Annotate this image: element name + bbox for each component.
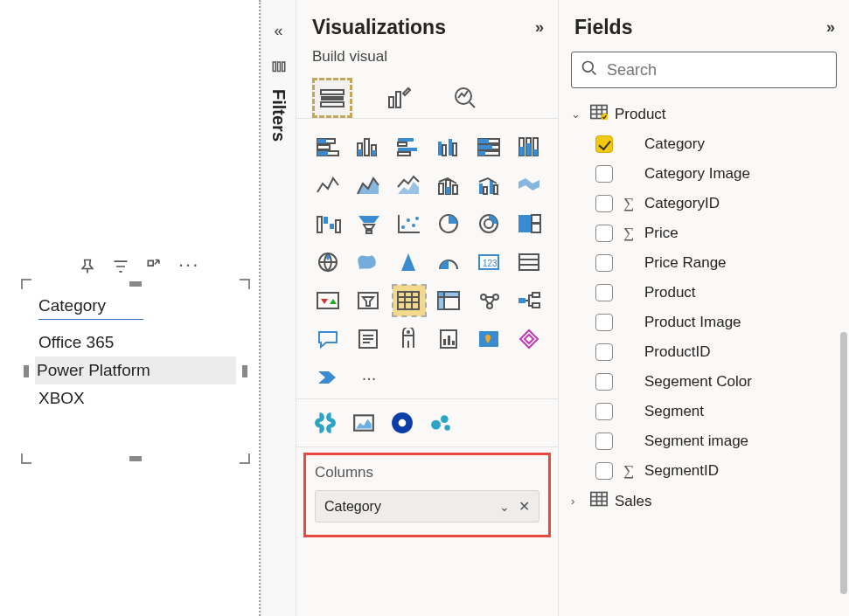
table-visual-icon[interactable] bbox=[393, 285, 426, 316]
field-checkbox[interactable] bbox=[595, 373, 613, 391]
decomposition-tree-icon[interactable] bbox=[513, 285, 546, 316]
multi-row-card-icon[interactable] bbox=[513, 246, 546, 278]
field-checkbox[interactable] bbox=[595, 165, 613, 183]
table-sales[interactable]: › Sales bbox=[569, 486, 842, 516]
power-automate-icon[interactable] bbox=[312, 362, 345, 393]
field-price[interactable]: ∑Price bbox=[594, 218, 842, 248]
appsource-visual-3-icon[interactable] bbox=[389, 410, 415, 436]
ribbon-chart-icon[interactable] bbox=[513, 170, 546, 201]
line-chart-icon[interactable] bbox=[312, 170, 345, 201]
smart-narrative-icon[interactable] bbox=[352, 323, 386, 355]
field-checkbox[interactable] bbox=[595, 135, 613, 153]
field-checkbox[interactable] bbox=[595, 403, 613, 420]
table-visual[interactable]: Category Office 365Power PlatformXBOX bbox=[26, 284, 245, 459]
donut-chart-icon[interactable] bbox=[473, 208, 506, 239]
arcgis-map-icon[interactable] bbox=[473, 323, 506, 355]
field-checkbox[interactable] bbox=[595, 254, 613, 272]
field-checkbox[interactable] bbox=[595, 195, 613, 212]
tab-build-visual[interactable] bbox=[312, 78, 352, 118]
appsource-visual-1-icon[interactable] bbox=[312, 410, 338, 436]
field-checkbox[interactable] bbox=[595, 462, 613, 480]
scatter-chart-icon[interactable] bbox=[393, 208, 426, 239]
100pct-stacked-bar-chart-icon[interactable] bbox=[473, 131, 506, 163]
map-icon[interactable] bbox=[312, 246, 345, 278]
resize-handle[interactable] bbox=[240, 279, 250, 289]
slicer-icon[interactable] bbox=[352, 285, 386, 316]
field-category-image[interactable]: ∑Category Image bbox=[594, 159, 842, 189]
power-apps-icon[interactable] bbox=[513, 323, 546, 355]
collapse-fields-icon[interactable]: » bbox=[826, 18, 835, 37]
pin-icon[interactable] bbox=[79, 258, 96, 279]
more-options-icon[interactable]: ··· bbox=[178, 260, 196, 277]
line-stacked-column-chart-icon[interactable] bbox=[433, 170, 466, 201]
filled-map-icon[interactable] bbox=[352, 246, 386, 278]
stacked-column-chart-icon[interactable] bbox=[352, 131, 386, 163]
field-price-range[interactable]: ∑Price Range bbox=[594, 248, 842, 278]
appsource-visual-4-icon[interactable] bbox=[428, 410, 454, 436]
category-field-pill[interactable]: Category ⌄ ✕ bbox=[315, 490, 539, 523]
stacked-bar-chart-icon[interactable] bbox=[312, 131, 345, 163]
field-checkbox[interactable] bbox=[595, 225, 613, 242]
matrix-icon[interactable] bbox=[433, 285, 466, 316]
field-segmentid[interactable]: ∑SegmentID bbox=[594, 456, 842, 486]
paginated-report-icon[interactable] bbox=[433, 323, 466, 355]
expand-filters-icon[interactable]: « bbox=[274, 22, 282, 40]
field-checkbox[interactable] bbox=[595, 314, 613, 331]
resize-handle[interactable] bbox=[24, 365, 29, 377]
field-checkbox[interactable] bbox=[595, 343, 613, 361]
table-product[interactable]: ⌄ Product bbox=[569, 99, 842, 129]
kpi-icon[interactable] bbox=[312, 285, 345, 316]
field-segement-color[interactable]: ∑Segement Color bbox=[594, 367, 842, 397]
field-segment[interactable]: ∑Segment bbox=[594, 397, 842, 426]
goals-icon[interactable] bbox=[393, 323, 426, 355]
remove-field-icon[interactable]: ✕ bbox=[518, 498, 530, 515]
chevron-down-icon[interactable]: ⌄ bbox=[571, 107, 583, 121]
resize-handle[interactable] bbox=[240, 453, 250, 464]
focus-mode-icon[interactable] bbox=[145, 258, 163, 279]
field-product-image[interactable]: ∑Product Image bbox=[594, 308, 842, 337]
more-visuals-icon[interactable]: ··· bbox=[352, 362, 386, 393]
chevron-down-icon[interactable]: ⌄ bbox=[499, 500, 510, 514]
field-checkbox[interactable] bbox=[595, 433, 613, 450]
report-canvas[interactable]: ··· Category Office 365Power PlatformXBO… bbox=[0, 0, 261, 616]
stacked-area-chart-icon[interactable] bbox=[393, 170, 426, 201]
tab-analytics[interactable] bbox=[445, 78, 485, 118]
resize-handle[interactable] bbox=[129, 456, 142, 461]
scrollbar[interactable] bbox=[840, 332, 847, 594]
treemap-chart-icon[interactable] bbox=[513, 208, 546, 239]
waterfall-chart-icon[interactable] bbox=[312, 208, 345, 239]
100pct-stacked-column-chart-icon[interactable] bbox=[513, 131, 546, 163]
field-categoryid[interactable]: ∑CategoryID bbox=[594, 189, 842, 218]
resize-handle[interactable] bbox=[129, 281, 142, 287]
azure-map-icon[interactable] bbox=[393, 246, 426, 278]
filter-icon[interactable] bbox=[112, 258, 129, 279]
table-row[interactable]: Power Platform bbox=[35, 356, 236, 384]
qna-icon[interactable] bbox=[312, 323, 345, 355]
clustered-column-chart-icon[interactable] bbox=[433, 131, 466, 163]
field-category[interactable]: ∑Category bbox=[594, 129, 842, 159]
funnel-chart-icon[interactable] bbox=[352, 208, 386, 239]
area-chart-icon[interactable] bbox=[352, 170, 386, 201]
resize-handle[interactable] bbox=[21, 453, 31, 464]
tab-format-visual[interactable] bbox=[379, 78, 419, 118]
chevron-right-icon[interactable]: › bbox=[571, 495, 583, 508]
pie-chart-icon[interactable] bbox=[433, 208, 466, 239]
table-row[interactable]: Office 365 bbox=[38, 329, 236, 356]
collapse-visualizations-icon[interactable]: » bbox=[535, 18, 544, 37]
resize-handle[interactable] bbox=[21, 279, 31, 289]
field-checkbox[interactable] bbox=[595, 284, 613, 301]
clustered-bar-chart-icon[interactable] bbox=[393, 131, 426, 163]
r-script-visual-icon[interactable] bbox=[473, 285, 506, 316]
field-segment-image[interactable]: ∑Segment image bbox=[594, 426, 842, 456]
line-clustered-column-chart-icon[interactable] bbox=[473, 170, 506, 201]
visual-column-header[interactable]: Category bbox=[38, 296, 236, 319]
field-product[interactable]: ∑Product bbox=[594, 278, 842, 308]
card-icon[interactable]: 123 bbox=[473, 246, 506, 278]
field-productid[interactable]: ∑ProductID bbox=[594, 337, 842, 367]
gauge-icon[interactable] bbox=[433, 246, 466, 278]
appsource-visual-2-icon[interactable] bbox=[351, 410, 377, 436]
fields-search-box[interactable] bbox=[571, 52, 837, 88]
table-row[interactable]: XBOX bbox=[38, 384, 236, 412]
resize-handle[interactable] bbox=[242, 365, 247, 377]
fields-search-input[interactable] bbox=[605, 60, 827, 80]
